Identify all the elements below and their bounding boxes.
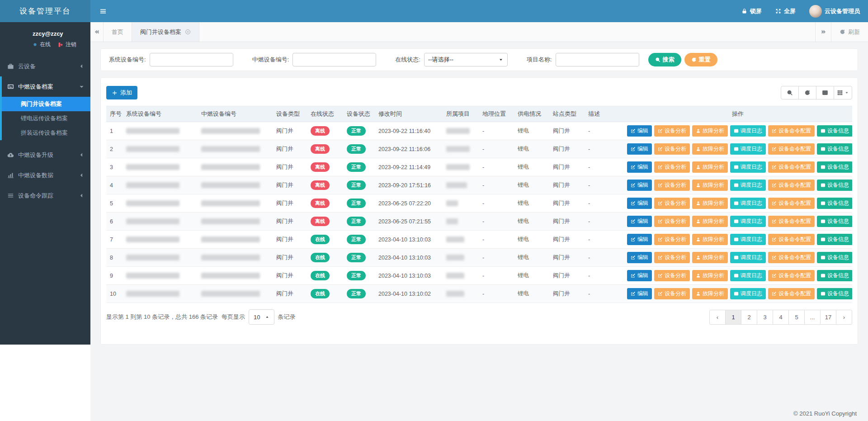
device-info-button[interactable]: 设备信息: [817, 288, 852, 299]
dispatch-log-button[interactable]: 调度日志: [730, 125, 766, 137]
page-button-17[interactable]: 17: [820, 310, 836, 325]
edit-button[interactable]: 编辑: [627, 252, 652, 263]
dispatch-log-button[interactable]: 调度日志: [730, 252, 766, 263]
scroll-tabs-left-button[interactable]: [90, 22, 104, 42]
page-button-1[interactable]: 1: [725, 310, 741, 325]
fault-analysis-button[interactable]: 故障分析: [692, 252, 728, 263]
fault-analysis-button[interactable]: 故障分析: [692, 288, 728, 299]
dispatch-log-button[interactable]: 调度日志: [730, 161, 766, 173]
device-command-config-button[interactable]: 设备命令配置: [768, 161, 815, 173]
device-command-config-button[interactable]: 设备命令配置: [768, 198, 815, 209]
system-device-code-input[interactable]: [150, 53, 233, 66]
sidebar-item-cloud-device[interactable]: 云设备: [0, 56, 90, 76]
sidebar-item-device-data[interactable]: 中燃设备数据: [0, 165, 90, 185]
table-columns-button[interactable]: [816, 86, 834, 99]
device-analysis-button[interactable]: 设备分析: [654, 180, 690, 191]
sidebar-item-device-upgrade[interactable]: 中燃设备升级: [0, 145, 90, 165]
dispatch-log-button[interactable]: 调度日志: [730, 143, 766, 155]
sidebar-item-device-command-trace[interactable]: 设备命令跟踪: [0, 185, 90, 206]
device-analysis-button[interactable]: 设备分析: [654, 161, 690, 173]
fault-analysis-button[interactable]: 故障分析: [692, 143, 728, 155]
dispatch-log-button[interactable]: 调度日志: [730, 198, 766, 209]
device-analysis-button[interactable]: 设备分析: [654, 216, 690, 227]
page-button-5[interactable]: 5: [788, 310, 805, 325]
device-info-button[interactable]: 设备信息: [817, 180, 852, 191]
device-info-button[interactable]: 设备信息: [817, 198, 852, 209]
logout-link[interactable]: 注销: [58, 41, 76, 48]
page-ellipsis[interactable]: ...: [804, 310, 821, 325]
device-info-button[interactable]: 设备信息: [817, 161, 852, 173]
scroll-tabs-right-button[interactable]: [815, 22, 831, 42]
device-command-config-button[interactable]: 设备命令配置: [768, 180, 815, 191]
sidebar-item-valve-well-archive[interactable]: 阀门井设备档案: [2, 97, 90, 111]
device-command-config-button[interactable]: 设备命令配置: [768, 288, 815, 299]
page-button-3[interactable]: 3: [757, 310, 773, 325]
device-analysis-button[interactable]: 设备分析: [654, 143, 690, 155]
tab-valve-well-archive[interactable]: 阀门井设备档案: [132, 22, 199, 42]
edit-button[interactable]: 编辑: [627, 216, 652, 227]
edit-button[interactable]: 编辑: [627, 125, 652, 137]
refresh-tab-button[interactable]: 刷新: [831, 22, 868, 42]
table-search-toggle-button[interactable]: [781, 86, 799, 99]
add-button[interactable]: 添加: [106, 86, 137, 99]
device-command-config-button[interactable]: 设备命令配置: [768, 143, 815, 155]
device-command-config-button[interactable]: 设备命令配置: [768, 216, 815, 227]
user-menu[interactable]: 云设备管理员: [809, 5, 860, 18]
edit-button[interactable]: 编辑: [627, 270, 652, 281]
edit-button[interactable]: 编辑: [627, 161, 652, 173]
device-analysis-button[interactable]: 设备分析: [654, 252, 690, 263]
device-command-config-button[interactable]: 设备命令配置: [768, 270, 815, 281]
device-analysis-button[interactable]: 设备分析: [654, 234, 690, 245]
close-icon[interactable]: [185, 29, 191, 35]
edit-button[interactable]: 编辑: [627, 143, 652, 155]
fault-analysis-button[interactable]: 故障分析: [692, 180, 728, 191]
sidebar-item-lithium-remote-archive[interactable]: 锂电远传设备档案: [2, 111, 90, 126]
edit-button[interactable]: 编辑: [627, 288, 652, 299]
device-command-config-button[interactable]: 设备命令配置: [768, 234, 815, 245]
hamburger-icon[interactable]: [90, 8, 116, 15]
reset-button[interactable]: 重置: [684, 53, 717, 66]
device-command-config-button[interactable]: 设备命令配置: [768, 252, 815, 263]
search-button[interactable]: 搜索: [648, 53, 681, 66]
page-button-4[interactable]: 4: [773, 310, 789, 325]
device-analysis-button[interactable]: 设备分析: [654, 198, 690, 209]
edit-button[interactable]: 编辑: [627, 198, 652, 209]
device-info-button[interactable]: 设备信息: [817, 252, 852, 263]
device-info-button[interactable]: 设备信息: [817, 270, 852, 281]
prev-page-button[interactable]: ‹: [709, 310, 726, 325]
tab-home[interactable]: 首页: [104, 22, 132, 42]
page-size-select[interactable]: 10: [249, 309, 274, 325]
dispatch-log-button[interactable]: 调度日志: [730, 270, 766, 281]
device-info-button[interactable]: 设备信息: [817, 125, 852, 137]
sidebar-item-assembled-remote-archive[interactable]: 拼装远传设备档案: [2, 126, 90, 140]
table-refresh-button[interactable]: [798, 86, 816, 99]
fault-analysis-button[interactable]: 故障分析: [692, 270, 728, 281]
cn-device-code-input[interactable]: [292, 53, 376, 66]
online-state-select[interactable]: --请选择--: [424, 53, 508, 66]
device-info-button[interactable]: 设备信息: [817, 143, 852, 155]
next-page-button[interactable]: ›: [836, 310, 852, 325]
project-name-input[interactable]: [556, 53, 639, 66]
device-info-button[interactable]: 设备信息: [817, 234, 852, 245]
sidebar-item-cn-device-archive[interactable]: 中燃设备档案: [2, 76, 90, 97]
device-analysis-button[interactable]: 设备分析: [654, 288, 690, 299]
fault-analysis-button[interactable]: 故障分析: [692, 161, 728, 173]
fault-analysis-button[interactable]: 故障分析: [692, 234, 728, 245]
fullscreen-button[interactable]: 全屏: [775, 7, 796, 15]
device-analysis-button[interactable]: 设备分析: [654, 125, 690, 137]
dispatch-log-button[interactable]: 调度日志: [730, 180, 766, 191]
lock-screen-button[interactable]: 锁屏: [741, 7, 762, 15]
device-analysis-button[interactable]: 设备分析: [654, 270, 690, 281]
edit-button[interactable]: 编辑: [627, 180, 652, 191]
edit-button[interactable]: 编辑: [627, 234, 652, 245]
fault-analysis-button[interactable]: 故障分析: [692, 125, 728, 137]
dispatch-log-button[interactable]: 调度日志: [730, 216, 766, 227]
device-command-config-button[interactable]: 设备命令配置: [768, 125, 815, 137]
dispatch-log-button[interactable]: 调度日志: [730, 288, 766, 299]
device-info-button[interactable]: 设备信息: [817, 216, 852, 227]
dispatch-log-button[interactable]: 调度日志: [730, 234, 766, 245]
page-button-2[interactable]: 2: [741, 310, 757, 325]
fault-analysis-button[interactable]: 故障分析: [692, 216, 728, 227]
fault-analysis-button[interactable]: 故障分析: [692, 198, 728, 209]
table-view-button[interactable]: [834, 86, 852, 99]
